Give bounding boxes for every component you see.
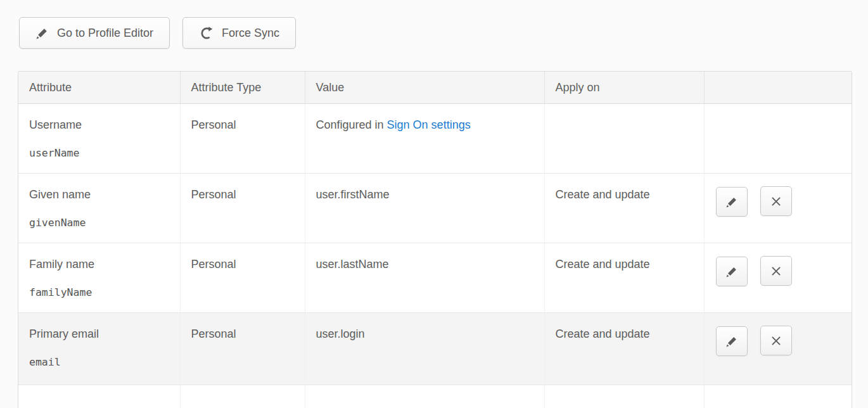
attribute-type-cell: Personal (180, 313, 305, 385)
value-cell: user.lastName (305, 243, 544, 313)
apply-on-text: Create and update (556, 328, 650, 340)
table-row-partial (18, 385, 852, 408)
actions-cell (704, 313, 852, 385)
actions-cell (704, 243, 852, 313)
header-value: Value (305, 72, 544, 104)
force-sync-label: Force Sync (222, 27, 279, 40)
edit-attribute-button[interactable] (716, 326, 748, 356)
remove-attribute-button[interactable] (760, 256, 792, 286)
attribute-type-cell: Personal (180, 174, 305, 243)
table-row-username: Username userName Personal Configured in… (18, 104, 852, 174)
header-attribute-type: Attribute Type (180, 72, 305, 104)
attribute-label: Given name (29, 188, 172, 201)
attribute-label: Family name (29, 258, 172, 271)
apply-on-cell (544, 104, 704, 174)
attribute-type-cell: Personal (180, 104, 305, 174)
actions-cell (704, 104, 852, 174)
attribute-cell: Given name givenName (18, 174, 180, 243)
attribute-variable-name: email (29, 357, 172, 368)
attribute-variable-name: userName (29, 148, 172, 159)
apply-on-cell: Create and update (544, 243, 704, 313)
edit-attribute-button[interactable] (716, 187, 748, 217)
attribute-variable-name: familyName (29, 287, 172, 298)
table-row-family-name: Family name familyName Personal user.las… (18, 243, 852, 313)
remove-attribute-button[interactable] (760, 186, 792, 216)
apply-on-cell: Create and update (544, 313, 704, 385)
pencil-icon (725, 335, 738, 348)
value-text: user.lastName (316, 258, 389, 271)
pencil-icon (725, 265, 738, 278)
header-actions (704, 72, 852, 104)
pencil-icon (725, 196, 738, 208)
attribute-cell: Username userName (18, 104, 180, 174)
close-icon (769, 264, 783, 278)
table-header-row: Attribute Attribute Type Value Apply on (18, 72, 852, 104)
value-text: user.firstName (316, 188, 390, 201)
attribute-variable-name: givenName (29, 217, 172, 229)
remove-attribute-button[interactable] (760, 326, 792, 355)
apply-on-text: Create and update (556, 188, 650, 201)
value-cell: Configured in Sign On settings (305, 104, 544, 174)
attribute-label: Username (29, 118, 172, 131)
value-text: user.login (316, 328, 365, 340)
close-icon (769, 194, 783, 208)
refresh-icon (199, 26, 214, 41)
table-row-primary-email: Primary email email Personal user.login … (18, 313, 852, 385)
header-apply-on: Apply on (544, 72, 704, 104)
go-to-profile-editor-button[interactable]: Go to Profile Editor (19, 17, 170, 49)
attribute-type-cell: Personal (180, 243, 305, 313)
apply-on-text: Create and update (556, 258, 650, 271)
toolbar: Go to Profile Editor Force Sync (19, 17, 868, 49)
go-to-profile-editor-label: Go to Profile Editor (57, 27, 153, 40)
force-sync-button[interactable]: Force Sync (182, 17, 296, 49)
actions-cell (704, 174, 852, 243)
attribute-cell: Primary email email (18, 313, 180, 385)
attribute-type: Personal (191, 188, 236, 201)
attribute-cell: Family name familyName (18, 243, 180, 313)
header-attribute: Attribute (18, 72, 180, 104)
attribute-mappings-table: Attribute Attribute Type Value Apply on … (18, 71, 852, 408)
attribute-type: Personal (191, 328, 236, 340)
value-cell: user.login (305, 313, 544, 385)
apply-on-cell: Create and update (544, 174, 704, 243)
attribute-type: Personal (191, 118, 236, 131)
close-icon (769, 334, 783, 348)
value-cell: user.firstName (305, 174, 544, 243)
sign-on-settings-link[interactable]: Sign On settings (387, 118, 471, 131)
pencil-icon (35, 27, 49, 40)
value-text: Configured in (316, 118, 387, 131)
edit-attribute-button[interactable] (716, 257, 748, 286)
table-row-given-name: Given name givenName Personal user.first… (18, 174, 852, 243)
attribute-label: Primary email (29, 328, 172, 340)
attribute-type: Personal (191, 258, 236, 271)
